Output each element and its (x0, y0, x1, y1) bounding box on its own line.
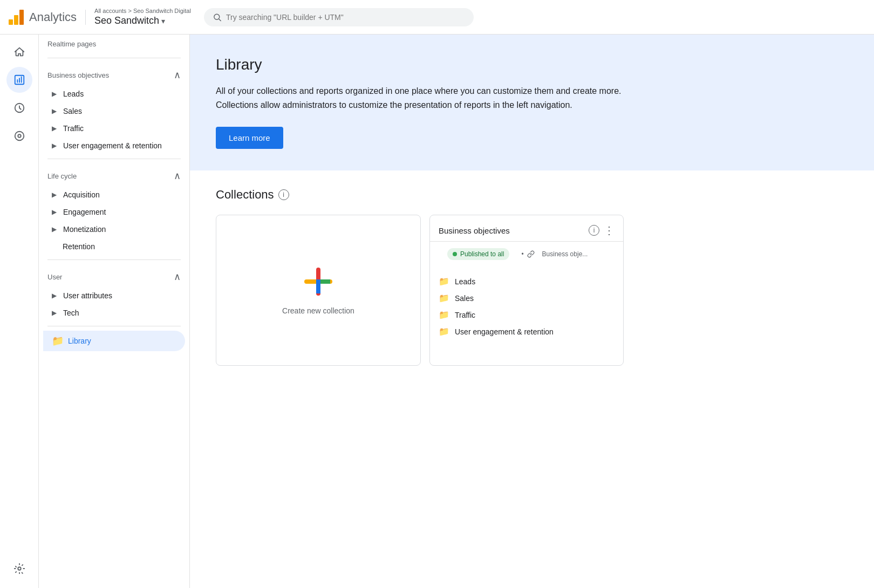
svg-line-1 (219, 19, 221, 21)
property-name: Seo Sandwitch (94, 15, 159, 26)
sidebar-item-explore[interactable] (6, 95, 32, 121)
arrow-icon: ▶ (52, 90, 57, 98)
section-title-user: User (47, 273, 62, 281)
sidebar-item-home[interactable] (6, 39, 32, 65)
nav-item-engagement[interactable]: ▶ Engagement (39, 203, 185, 221)
library-banner: Library All of your collections and repo… (190, 35, 874, 170)
advertising-icon (13, 130, 25, 142)
logo-section: Analytics (9, 10, 86, 25)
nav-sidebar: Realtime pages Business objectives ∧ ▶ L… (39, 35, 190, 588)
collapse-icon: ∧ (174, 271, 181, 283)
svg-point-0 (214, 14, 220, 19)
collections-info-icon[interactable]: i (278, 189, 289, 200)
nav-item-label: Traffic (63, 124, 84, 133)
section-title-life-cycle: Life cycle (47, 172, 77, 180)
section-header-business-objectives[interactable]: Business objectives ∧ (39, 63, 189, 85)
svg-rect-15 (320, 279, 330, 284)
collapse-icon: ∧ (174, 170, 181, 182)
nav-item-traffic[interactable]: ▶ Traffic (39, 120, 185, 137)
divider-3 (47, 259, 181, 260)
svg-point-7 (15, 132, 24, 141)
published-badge: Published to all (447, 248, 509, 260)
arrow-icon: ▶ (52, 208, 57, 216)
nav-item-retention[interactable]: Retention (39, 238, 185, 255)
section-header-user[interactable]: User ∧ (39, 264, 189, 287)
biz-card-header: Business objectives i ⋮ (430, 215, 623, 242)
folder-icon: 📁 (439, 293, 449, 303)
biz-card-subtitle: Business obje... (542, 250, 588, 258)
collections-section: Collections i Create new (190, 170, 874, 383)
section-title-business-objectives: Business objectives (47, 71, 109, 79)
nav-item-sales[interactable]: ▶ Sales (39, 102, 185, 120)
nav-item-monetization[interactable]: ▶ Monetization (39, 221, 185, 238)
nav-item-label: Tech (63, 309, 79, 317)
collapse-icon: ∧ (174, 69, 181, 81)
nav-item-label: User engagement & retention (63, 141, 162, 150)
nav-item-library[interactable]: 📁 Library (43, 331, 185, 351)
badge-dot (453, 252, 457, 256)
svg-rect-16 (316, 284, 320, 293)
biz-card-info-icon[interactable]: i (589, 225, 599, 236)
create-new-collection-card[interactable]: Create new collection (216, 215, 421, 366)
nav-item-leads[interactable]: ▶ Leads (39, 85, 185, 102)
biz-card-item-leads: 📁 Leads (439, 273, 614, 290)
folder-icon: 📁 (439, 310, 449, 320)
folder-icon: 📁 (439, 326, 449, 337)
item-label: User engagement & retention (455, 327, 554, 336)
section-user: User ∧ ▶ User attributes ▶ Tech (39, 264, 189, 322)
main-content: Library All of your collections and repo… (190, 35, 874, 588)
biz-card-items: 📁 Leads 📁 Sales 📁 Traffic 📁 (430, 269, 623, 344)
nav-item-acquisition[interactable]: ▶ Acquisition (39, 186, 185, 203)
search-input[interactable] (226, 13, 465, 22)
explore-icon (13, 102, 25, 114)
arrow-icon: ▶ (52, 142, 57, 149)
biz-card-more-icon[interactable]: ⋮ (604, 224, 614, 237)
search-bar[interactable] (204, 8, 474, 26)
sidebar-item-settings[interactable] (6, 556, 32, 582)
plus-icon (302, 265, 334, 298)
arrow-icon: ▶ (52, 107, 57, 115)
divider-4 (47, 326, 181, 326)
realtime-pages-label: Realtime pages (39, 35, 189, 53)
search-icon (213, 12, 222, 22)
logo-bar-1 (9, 19, 13, 25)
nav-item-label: Acquisition (63, 190, 100, 199)
sidebar-item-advertising[interactable] (6, 123, 32, 149)
learn-more-button[interactable]: Learn more (216, 127, 283, 149)
biz-card-item-user-engagement: 📁 User engagement & retention (439, 323, 614, 340)
svg-rect-14 (316, 279, 320, 284)
main-layout: Realtime pages Business objectives ∧ ▶ L… (0, 35, 874, 588)
item-label: Traffic (455, 311, 475, 319)
arrow-icon: ▶ (52, 125, 57, 132)
arrow-icon: ▶ (52, 225, 57, 233)
svg-point-8 (18, 134, 21, 138)
arrow-icon: ▶ (52, 292, 57, 299)
collections-title: Collections (216, 188, 274, 202)
logo-bar-2 (14, 15, 18, 25)
logo-bar-3 (19, 10, 24, 25)
section-header-life-cycle[interactable]: Life cycle ∧ (39, 163, 189, 186)
icon-sidebar (0, 35, 39, 588)
section-business-objectives: Business objectives ∧ ▶ Leads ▶ Sales ▶ … (39, 63, 189, 154)
home-icon (13, 46, 25, 58)
biz-card-badge-row: Published to all • Business obje... (430, 242, 623, 269)
nav-item-user-attributes[interactable]: ▶ User attributes (39, 287, 185, 304)
biz-card-title: Business objectives (439, 226, 510, 235)
sidebar-item-reports[interactable] (6, 67, 32, 93)
biz-card-item-traffic: 📁 Traffic (439, 306, 614, 323)
collections-header: Collections i (216, 188, 848, 202)
nav-item-user-engagement[interactable]: ▶ User engagement & retention (39, 137, 185, 154)
reports-icon (13, 74, 25, 86)
nav-item-label: Sales (63, 107, 82, 115)
settings-icon (13, 563, 25, 575)
badge-label: Published to all (460, 250, 504, 258)
link-icon (527, 250, 535, 258)
nav-item-tech[interactable]: ▶ Tech (39, 304, 185, 322)
divider-1 (47, 58, 181, 58)
nav-item-label: Leads (63, 90, 84, 98)
arrow-icon: ▶ (52, 191, 57, 199)
library-description: All of your collections and reports orga… (216, 84, 658, 112)
nav-item-label: User attributes (63, 291, 112, 300)
property-selector[interactable]: Seo Sandwitch ▾ (94, 15, 191, 26)
item-label: Sales (455, 294, 474, 303)
